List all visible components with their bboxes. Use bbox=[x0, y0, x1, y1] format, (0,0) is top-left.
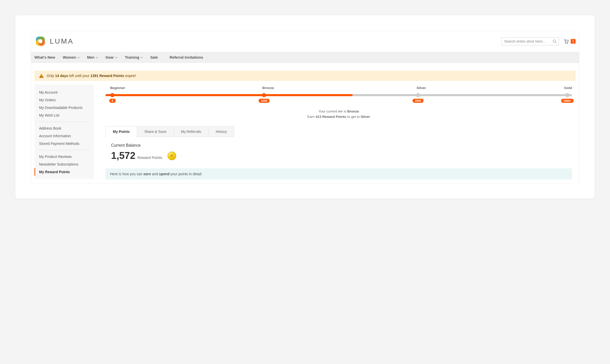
nav-item-sale[interactable]: Sale bbox=[150, 55, 158, 59]
sidebar-item-my-downloadable-products[interactable]: My Downloadable Products bbox=[34, 104, 94, 111]
nav-item-label: Gear bbox=[105, 55, 114, 59]
sidebar: My AccountMy OrdersMy Downloadable Produ… bbox=[34, 84, 94, 179]
search-icon[interactable] bbox=[553, 39, 557, 43]
svg-point-5 bbox=[553, 40, 556, 42]
sidebar-item-newsletter-subscriptions[interactable]: Newsletter Subscriptions bbox=[34, 160, 94, 168]
logo-icon bbox=[34, 35, 46, 47]
tier-value-bronze: 1000 bbox=[259, 99, 269, 103]
tier-label-bronze: Bronze bbox=[262, 86, 274, 90]
balance-value: 1,572 bbox=[111, 150, 135, 161]
tier-dot-gold bbox=[565, 93, 569, 97]
sidebar-item-my-account[interactable]: My Account bbox=[34, 89, 94, 96]
tier-label-gold: Gold bbox=[564, 86, 572, 90]
sidebar-item-my-product-reviews[interactable]: My Product Reviews bbox=[34, 153, 94, 160]
balance-section: Current Balance 1,572 Reward Points R bbox=[105, 143, 572, 161]
alert-expiry: Only 14 days left until your 1391 Reward… bbox=[34, 71, 576, 81]
sidebar-item-account-information[interactable]: Account Information bbox=[34, 132, 94, 140]
tabs: My PointsShare & SaveMy ReferralsHistory bbox=[105, 126, 572, 137]
nav-item-label: What's New bbox=[34, 55, 55, 59]
tier-dot-silver bbox=[416, 93, 420, 97]
tab-share-save[interactable]: Share & Save bbox=[137, 126, 174, 137]
cart-button[interactable]: 1 bbox=[564, 39, 576, 44]
balance-title: Current Balance bbox=[111, 143, 572, 148]
svg-point-8 bbox=[567, 43, 568, 44]
svg-point-7 bbox=[565, 43, 566, 44]
tier-progress-bar bbox=[105, 94, 572, 96]
sidebar-item-my-orders[interactable]: My Orders bbox=[34, 96, 94, 104]
alert-text: Only 14 days left until your 1391 Reward… bbox=[47, 74, 136, 78]
tier-progress-fill bbox=[105, 94, 353, 96]
outer-card: LUMA 1 What's NewWomenMenGearTraining bbox=[15, 15, 595, 199]
nav-item-label: Men bbox=[87, 55, 94, 59]
logo-text: LUMA bbox=[50, 37, 74, 45]
chevron-down-icon bbox=[115, 56, 118, 58]
chevron-down-icon bbox=[140, 56, 143, 58]
coin-icon: R bbox=[168, 152, 176, 160]
earn-spend-info: Here is how you can earn and spend your … bbox=[105, 168, 572, 180]
tab-my-points[interactable]: My Points bbox=[105, 126, 137, 137]
main: My AccountMy OrdersMy Downloadable Produ… bbox=[31, 81, 579, 183]
sidebar-separator bbox=[39, 150, 89, 150]
tier-label-silver: Silver bbox=[417, 86, 426, 90]
sidebar-item-my-wish-list[interactable]: My Wish List bbox=[34, 111, 94, 119]
header-right: 1 bbox=[501, 37, 576, 45]
header: LUMA 1 bbox=[31, 31, 579, 52]
tier-dot-bronze bbox=[262, 93, 266, 97]
tier-labels: BeginnerBronzeSilverGold bbox=[105, 86, 572, 91]
logo[interactable]: LUMA bbox=[34, 35, 74, 47]
tier-value-gold: 5000+ bbox=[561, 99, 573, 103]
tab-history[interactable]: History bbox=[209, 126, 234, 137]
warning-icon bbox=[39, 74, 44, 78]
tier-dot-beginner bbox=[110, 93, 114, 97]
nav-item-referral-invitations[interactable]: Referral Invitations bbox=[170, 55, 203, 59]
cart-badge: 1 bbox=[571, 39, 576, 44]
tier-status: Your current tier is Bronze Earn 413 Rew… bbox=[105, 109, 572, 119]
nav-item-training[interactable]: Training bbox=[125, 55, 142, 59]
tab-my-referrals[interactable]: My Referrals bbox=[174, 126, 209, 137]
content: BeginnerBronzeSilverGold 0100020005000+ … bbox=[105, 84, 572, 180]
nav-item-gear[interactable]: Gear bbox=[105, 55, 117, 59]
tier-value-beginner: 0 bbox=[109, 99, 115, 103]
svg-line-6 bbox=[555, 42, 556, 43]
tier-label-beginner: Beginner bbox=[110, 86, 125, 90]
tier-value-silver: 2000 bbox=[413, 99, 423, 103]
app-window: LUMA 1 What's NewWomenMenGearTraining bbox=[31, 31, 579, 183]
chevron-down-icon bbox=[77, 56, 80, 58]
chevron-down-icon bbox=[95, 56, 98, 58]
sidebar-separator bbox=[39, 122, 89, 122]
sidebar-item-address-book[interactable]: Address Book bbox=[34, 124, 94, 132]
cart-icon bbox=[564, 39, 569, 44]
nav-item-women[interactable]: Women bbox=[63, 55, 79, 59]
sidebar-item-stored-payment-methods[interactable]: Stored Payment Methods bbox=[34, 140, 94, 147]
nav-item-label: Referral Invitations bbox=[170, 55, 203, 59]
search-box[interactable] bbox=[501, 37, 559, 45]
svg-point-4 bbox=[38, 39, 42, 43]
tier-status-line1: Your current tier is Bronze bbox=[105, 109, 572, 113]
nav-item-label: Women bbox=[63, 55, 76, 59]
tier-values: 0100020005000+ bbox=[105, 99, 572, 105]
nav-item-what-s-new[interactable]: What's New bbox=[34, 55, 55, 59]
tier-status-line2: Earn 413 Reward Points to get to Silver bbox=[105, 115, 572, 119]
search-input[interactable] bbox=[504, 39, 553, 43]
balance-row: 1,572 Reward Points R bbox=[111, 150, 572, 161]
balance-unit: Reward Points bbox=[137, 155, 162, 160]
sidebar-item-my-reward-points[interactable]: My Reward Points bbox=[34, 168, 94, 176]
nav-item-men[interactable]: Men bbox=[87, 55, 98, 59]
navbar: What's NewWomenMenGearTrainingSaleReferr… bbox=[31, 52, 579, 63]
nav-item-label: Training bbox=[125, 55, 139, 59]
nav-item-label: Sale bbox=[150, 55, 158, 59]
